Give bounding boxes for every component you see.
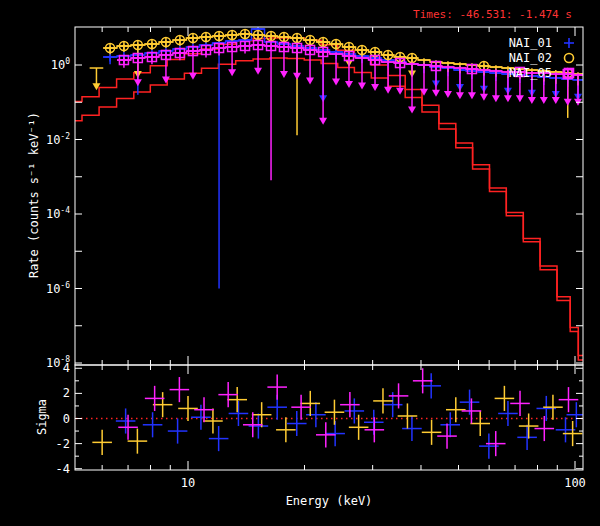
down-arrow-limit <box>371 84 379 91</box>
down-arrow-limit <box>228 69 236 76</box>
count-spectrum-plot[interactable]: Times: -46.531: -1.474 s 10010-210-410-6… <box>0 0 600 526</box>
y-axis-label-rate: Rate (counts s⁻¹ keV⁻¹) <box>27 112 41 278</box>
y-tick-label-sigma: 2 <box>63 386 70 400</box>
x-tick-label: 100 <box>564 476 586 490</box>
y-tick-label-rate: 10-4 <box>46 206 70 221</box>
down-arrow-limit <box>345 81 353 88</box>
y-tick-label-rate: 10-6 <box>46 281 70 296</box>
model-histogram-red-2 <box>65 58 585 360</box>
sigma-points-nai_01 <box>116 373 586 458</box>
y-tick-label-rate: 10-2 <box>46 132 70 147</box>
down-arrow-limit <box>552 97 560 104</box>
down-arrow-limit <box>332 79 340 86</box>
down-arrow-limit <box>516 95 524 102</box>
down-arrow-limit <box>162 76 170 83</box>
down-arrow-limit <box>420 89 428 96</box>
down-arrow-limit <box>319 118 327 125</box>
x-axis-tick-labels: 10100 <box>181 476 586 490</box>
legend-label: NAI_02 <box>509 51 552 65</box>
axes <box>75 27 583 470</box>
down-arrow-limit <box>384 87 392 94</box>
sigma-panel-data <box>76 368 586 458</box>
down-arrow-limit <box>306 77 314 84</box>
down-arrow-limit <box>432 90 440 97</box>
y-tick-label-sigma: -2 <box>56 437 70 451</box>
y-tick-label-sigma: -4 <box>56 462 70 476</box>
down-arrow-limit <box>564 99 572 106</box>
y-tick-label-sigma: 0 <box>63 412 70 426</box>
x-axis-label: Energy (keV) <box>286 494 373 508</box>
legend: NAI_01NAI_02NAI_05 <box>509 36 574 80</box>
down-arrow-limit <box>444 91 452 98</box>
y-tick-label-rate: 100 <box>51 57 70 72</box>
down-arrow-limit <box>504 95 512 102</box>
down-arrow-limit <box>358 82 366 89</box>
legend-marker-circle-icon <box>565 54 574 63</box>
down-arrow-limit <box>254 68 262 75</box>
y-tick-label-sigma: 4 <box>63 361 70 375</box>
time-interval-title: Times: -46.531: -1.474 s <box>413 8 572 21</box>
down-arrow-limit <box>408 106 416 113</box>
down-arrow-limit <box>468 92 476 99</box>
down-arrow-limit <box>280 71 288 78</box>
down-arrow-limit <box>134 79 142 86</box>
down-arrow-limit <box>189 73 197 80</box>
sigma-panel-border <box>75 365 583 470</box>
x-tick-label: 10 <box>181 476 195 490</box>
spectral-fit-window: Times: -46.531: -1.474 s 10010-210-410-6… <box>0 0 600 526</box>
down-arrow-limit <box>293 73 301 80</box>
down-arrow-limit <box>456 92 464 99</box>
down-arrow-limit <box>492 95 500 102</box>
y-axis-label-sigma: Sigma <box>35 399 49 435</box>
legend-item-nai_05: NAI_05 <box>509 66 574 80</box>
legend-label: NAI_05 <box>509 66 552 80</box>
down-arrow-limit <box>540 97 548 104</box>
down-arrow-limit <box>528 97 536 104</box>
legend-label: NAI_01 <box>509 36 552 50</box>
sigma-points-nai_02 <box>92 386 582 455</box>
legend-item-nai_01: NAI_01 <box>509 36 574 50</box>
down-arrow-limit <box>480 94 488 101</box>
legend-item-nai_02: NAI_02 <box>509 51 574 65</box>
down-arrow-limit <box>396 88 404 95</box>
main-panel-data <box>65 24 585 360</box>
y-axis-tick-labels: 10010-210-410-610-8420-2-4 <box>46 57 70 476</box>
